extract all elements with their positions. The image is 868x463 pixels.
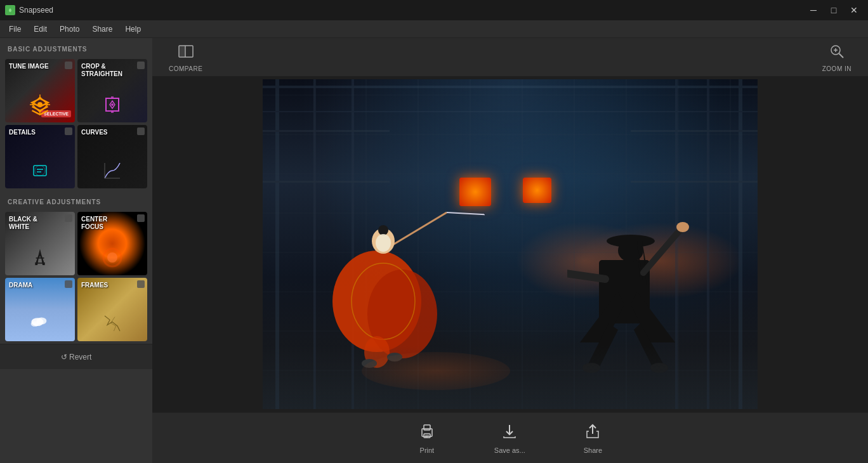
svg-rect-63 [424, 425, 430, 430]
save-label: Save as... [494, 447, 525, 454]
svg-point-13 [35, 166, 45, 176]
menu-bar: File Edit Photo Share Help [0, 20, 868, 38]
compare-icon [177, 42, 195, 63]
svg-line-47 [447, 212, 485, 219]
save-icon [501, 422, 518, 444]
photo-display [263, 79, 758, 409]
revert-label: ↺ Revert [61, 353, 92, 362]
crop-label: CROP &STRAIGHTEN [81, 63, 122, 78]
creative-tools-grid: BLACK &WHITE CENTERFOCUS [0, 209, 152, 344]
drama-badge [65, 280, 72, 288]
cf-badge [137, 214, 145, 222]
zoom-button[interactable]: ZOOM IN [816, 39, 858, 76]
drama-label: DRAMA [9, 282, 32, 289]
minimize-button[interactable]: ─ [805, 4, 822, 16]
app-icon [5, 5, 15, 15]
menu-file[interactable]: File [3, 22, 27, 36]
compare-label: COMPARE [169, 65, 202, 72]
right-panel: COMPARE ZOOM IN [152, 38, 868, 463]
basic-tools-grid: TUNE IMAGE SELECTIVE CROP &STRAIGHT [0, 56, 152, 191]
tool-details[interactable]: DETAILS [5, 125, 75, 188]
svg-point-0 [37, 102, 43, 107]
main-content: BASIC ADJUSTMENTS TUNE IMAGE SELECTI [0, 38, 868, 463]
svg-line-58 [643, 228, 681, 273]
zoom-label: ZOOM IN [822, 65, 852, 72]
share-label: Share [584, 447, 602, 454]
svg-point-49 [378, 225, 388, 235]
svg-rect-17 [36, 258, 44, 259]
image-area [152, 76, 868, 412]
svg-point-56 [607, 235, 655, 247]
bottom-bar: Print Save as... [152, 412, 868, 463]
menu-share[interactable]: Share [86, 22, 119, 36]
tool-frames[interactable]: FRAMES [77, 278, 147, 341]
tool-black-white[interactable]: BLACK &WHITE [5, 212, 75, 275]
frames-badge [137, 280, 145, 288]
top-toolbar: COMPARE ZOOM IN [152, 38, 868, 76]
svg-point-50 [376, 234, 391, 252]
print-label: Print [420, 447, 435, 454]
menu-photo[interactable]: Photo [53, 22, 86, 36]
share-icon [584, 422, 602, 444]
sidebar: BASIC ADJUSTMENTS TUNE IMAGE SELECTI [0, 38, 152, 463]
svg-line-28 [839, 53, 843, 58]
menu-help[interactable]: Help [119, 22, 147, 36]
maximize-button[interactable]: □ [825, 4, 843, 16]
bw-badge [65, 214, 72, 222]
svg-point-19 [107, 252, 117, 263]
close-button[interactable]: ✕ [845, 4, 863, 16]
tool-tune-image[interactable]: TUNE IMAGE SELECTIVE [5, 59, 75, 122]
svg-rect-18 [35, 263, 45, 264]
floor [263, 346, 758, 409]
share-button[interactable]: Share [574, 417, 612, 459]
zoom-icon [828, 42, 846, 63]
svg-rect-10 [34, 166, 46, 176]
svg-point-23 [31, 322, 39, 327]
print-button[interactable]: Print [408, 417, 446, 459]
frames-label: FRAMES [81, 282, 108, 289]
crop-badge [137, 62, 145, 69]
title-left: Snapseed [5, 5, 53, 15]
tool-curves[interactable]: CURVES [77, 125, 147, 188]
lantern-2 [523, 178, 551, 203]
svg-point-59 [676, 222, 689, 232]
svg-rect-25 [179, 46, 185, 57]
selective-badge: SELECTIVE [41, 110, 71, 117]
floor-reflection [362, 352, 510, 390]
title-bar: Snapseed ─ □ ✕ [0, 0, 868, 20]
revert-bar[interactable]: ↺ Revert [0, 344, 152, 369]
tool-drama[interactable]: DRAMA [5, 278, 75, 341]
save-button[interactable]: Save as... [484, 417, 536, 459]
details-label: DETAILS [9, 129, 36, 136]
print-icon [418, 422, 436, 444]
compare-button[interactable]: COMPARE [162, 39, 209, 76]
menu-edit[interactable]: Edit [27, 22, 53, 36]
details-badge [65, 127, 72, 135]
tool-center-focus[interactable]: CENTERFOCUS [77, 212, 147, 275]
red-dancer-figure [320, 174, 485, 371]
title-text: Snapseed [19, 6, 53, 15]
creative-adjustments-label: CREATIVE ADJUSTMENTS [0, 191, 152, 209]
curves-badge [137, 127, 145, 135]
window-controls: ─ □ ✕ [805, 4, 863, 16]
basic-adjustments-label: BASIC ADJUSTMENTS [0, 38, 152, 56]
bw-label: BLACK &WHITE [9, 216, 37, 231]
cf-label: CENTERFOCUS [81, 216, 107, 231]
tune-label: TUNE IMAGE [9, 63, 49, 70]
tune-badge [65, 62, 72, 69]
curves-label: CURVES [81, 129, 108, 136]
tool-crop-straighten[interactable]: CROP &STRAIGHTEN [77, 59, 147, 122]
